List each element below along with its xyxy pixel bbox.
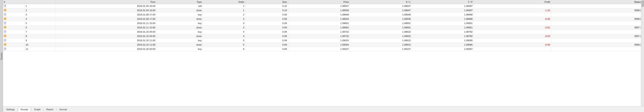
row-sl: 1.08632: [350, 34, 412, 38]
row-balance: [551, 4, 644, 8]
row-number: 2: [24, 8, 56, 13]
tab-report[interactable]: Report: [44, 107, 56, 112]
plus-icon: [4, 9, 6, 11]
row-size: 0.09: [245, 25, 288, 30]
row-sl: 1.08915: [350, 38, 412, 42]
row-tp: 1.08782: [412, 34, 474, 38]
row-type: buy: [156, 13, 203, 17]
row-sl: 1.08647: [350, 8, 412, 13]
row-tp: 1.08698: [412, 17, 474, 21]
row-icon-cell: [3, 42, 24, 47]
row-order: 5: [203, 38, 245, 42]
tab-separator: |: [17, 108, 18, 111]
row-order: 2: [203, 13, 245, 17]
row-profit: -0.81: [474, 25, 551, 30]
row-number: 6: [24, 25, 56, 30]
row-balance: [551, 47, 644, 51]
col-header-order: Order: [203, 0, 245, 4]
row-time: 2016.01.15 11:00: [56, 38, 156, 42]
row-tp: 1.09065: [412, 42, 474, 47]
row-type: buy: [156, 30, 203, 34]
table-row: 72016.01.15 04:00buy40.091.087321.086321…: [3, 30, 644, 34]
row-balance: [551, 38, 644, 42]
col-header-profit: Profit: [474, 0, 551, 4]
row-sl: 1.08548: [350, 17, 412, 21]
results-table: # Time Type Order Size Price S / L T / P…: [3, 0, 644, 51]
tab-graph[interactable]: Graph: [32, 107, 43, 112]
row-price: 1.08558: [288, 8, 350, 13]
row-order: 6: [203, 47, 245, 51]
row-balance: 9997.73: [551, 25, 644, 30]
tab-results[interactable]: Results: [18, 107, 31, 112]
tab-journal[interactable]: Journal: [57, 107, 69, 112]
row-icon-cell: [3, 30, 24, 34]
row-icon-cell: [3, 34, 24, 38]
tester-label: Tester: [0, 0, 3, 112]
col-header-sl: S / L: [350, 0, 412, 4]
scrollbar[interactable]: [641, 0, 644, 106]
row-price: 1.09237: [288, 47, 350, 51]
row-balance: [551, 30, 644, 34]
row-number: 8: [24, 34, 56, 38]
row-number: 10: [24, 42, 56, 47]
row-size: 0.09: [245, 30, 288, 34]
row-icon-cell: [3, 21, 24, 25]
doc-icon: [4, 13, 6, 16]
row-order: 3: [203, 25, 245, 30]
row-tp: 1.09065: [412, 38, 474, 42]
row-tp: 1.09287: [412, 47, 474, 51]
row-time: 2016.01.11 15:00: [56, 25, 156, 30]
row-price: 1.09015: [288, 38, 350, 42]
row-order: 1: [203, 4, 245, 8]
table-row: 82016.01.15 04:00close40.091.087251.0863…: [3, 34, 644, 38]
tabs-bar: Settings|Results|Graph|Report|Journal: [3, 106, 644, 112]
row-type: sell: [156, 4, 203, 8]
row-sl: 1.08901: [350, 25, 412, 30]
row-price: 1.08732: [288, 30, 350, 34]
row-number: 11: [24, 47, 56, 51]
row-time: 2016.01.15 04:00: [56, 30, 156, 34]
table-row: 92016.01.15 11:00buy50.091.090151.089151…: [3, 38, 644, 42]
row-profit: -0.63: [474, 34, 551, 38]
col-header-time: Time: [56, 0, 156, 4]
row-tp: 1.08698: [412, 13, 474, 17]
plus-icon: [4, 17, 6, 20]
row-size: 0.09: [245, 47, 288, 51]
row-number: 9: [24, 38, 56, 42]
col-header-hash: #: [3, 0, 24, 4]
scrollbar-thumb[interactable]: [642, 1, 644, 7]
tab-settings[interactable]: Settings: [4, 107, 17, 112]
row-size: 0.09: [245, 21, 288, 25]
row-profit: [474, 30, 551, 34]
row-type: close: [156, 8, 203, 13]
doc-icon: [4, 39, 6, 42]
row-icon-cell: [3, 17, 24, 21]
row-size: 0.09: [245, 13, 288, 17]
row-number: 5: [24, 21, 56, 25]
row-sl: 1.08548: [350, 13, 412, 17]
row-time: 2016.01.08 17:00: [56, 17, 156, 21]
row-order: 4: [203, 30, 245, 34]
row-number: 4: [24, 17, 56, 21]
row-tp: 1.09051: [412, 25, 474, 30]
row-profit: [474, 13, 551, 17]
row-type: buy: [156, 21, 203, 25]
table-row: 62016.01.11 15:00close30.091.089921.0890…: [3, 25, 644, 30]
col-header-balance: Balance: [551, 0, 644, 4]
row-order: 5: [203, 42, 245, 47]
row-type: close: [156, 42, 203, 47]
table-row: 52016.01.11 15:00buy30.091.090011.089011…: [3, 21, 644, 25]
row-sl: 1.08915: [350, 42, 412, 47]
row-profit: -0.99: [474, 42, 551, 47]
row-profit: [474, 47, 551, 51]
row-price: 1.08992: [288, 25, 350, 30]
row-balance: [551, 21, 644, 25]
doc-icon: [4, 47, 6, 50]
row-size: 0.09: [245, 17, 288, 21]
row-sl: 1.08647: [350, 4, 412, 8]
row-profit: [474, 21, 551, 25]
table-row: 102016.01.15 11:00close50.091.090041.089…: [3, 42, 644, 47]
table-row: 12016.01.04 16:00sell10.101.085471.08647…: [3, 4, 644, 8]
row-balance: 9998.90: [551, 8, 644, 13]
row-time: 2016.01.15 11:00: [56, 42, 156, 47]
